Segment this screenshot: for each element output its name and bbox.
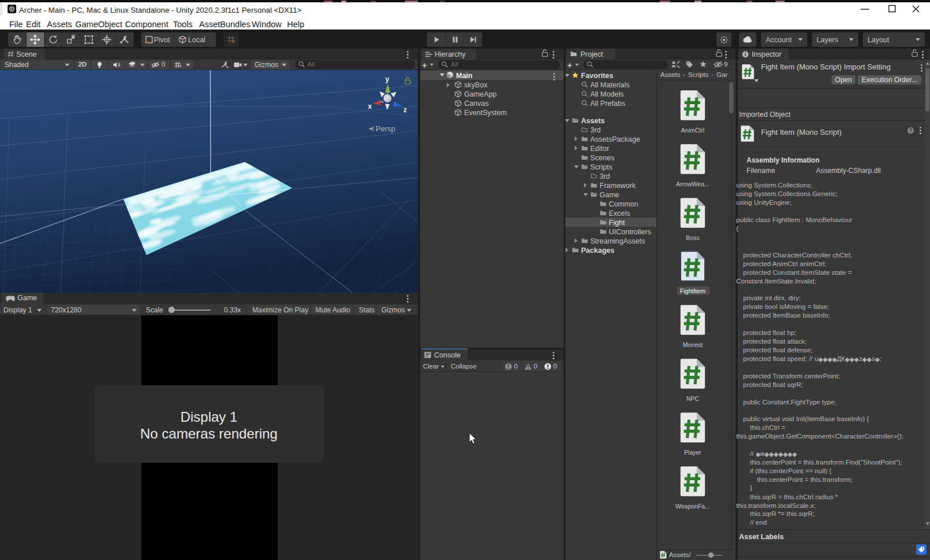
- svg-text:y: y: [385, 75, 389, 83]
- svg-text:x: x: [368, 102, 372, 110]
- svg-text:z: z: [403, 106, 407, 114]
- svg-text:Persp: Persp: [376, 124, 395, 133]
- svg-text:?: ?: [909, 127, 912, 133]
